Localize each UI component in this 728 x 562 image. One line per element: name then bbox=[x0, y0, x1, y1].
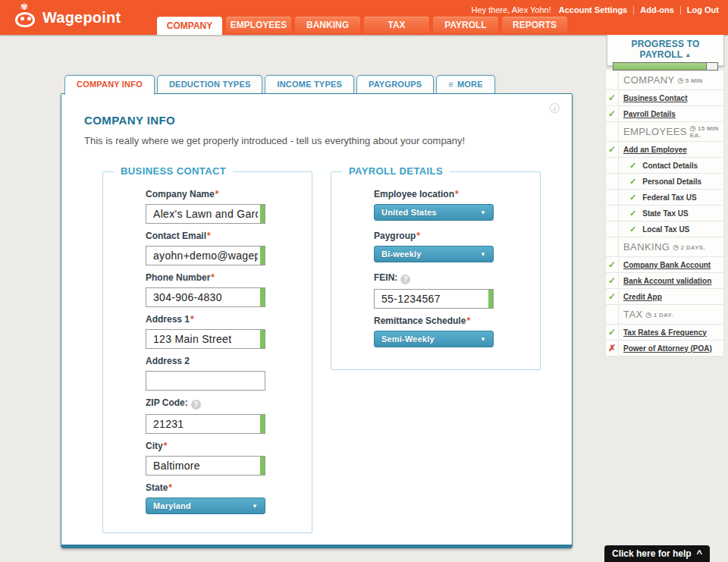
progress-to-payroll-toggle[interactable]: PROGRESS TO PAYROLL▲ bbox=[607, 35, 724, 66]
contact-details-label: Contact Details bbox=[642, 162, 698, 170]
check-icon: ✓ bbox=[629, 177, 636, 187]
clock-icon: ◷ bbox=[690, 124, 696, 132]
company-bank-account-link[interactable]: Company Bank Account bbox=[623, 261, 711, 269]
required-asterisk: * bbox=[416, 231, 420, 241]
address-1-label: Address 1 bbox=[146, 314, 190, 325]
power-of-attorney-link[interactable]: Power of Attorney (POA) bbox=[623, 344, 712, 353]
subtab-deduction-types[interactable]: DEDUCTION TYPES bbox=[157, 75, 263, 93]
subtab-more[interactable]: ≡MORE bbox=[436, 75, 494, 93]
tab-payroll[interactable]: PAYROLL bbox=[433, 17, 498, 33]
tab-company[interactable]: COMPANY bbox=[157, 17, 222, 35]
collapse-arrow-icon: ▲ bbox=[685, 52, 691, 58]
owl-mascot-icon: ✾ bbox=[14, 3, 39, 32]
bank-account-validation-link[interactable]: Bank Account validation bbox=[623, 277, 711, 285]
phone-number-label: Phone Number bbox=[146, 272, 210, 283]
checklist-item-add-employee: ✓ Add an Employee bbox=[605, 142, 724, 158]
page-subtitle: This is really where we get properly int… bbox=[84, 135, 572, 146]
paygroup-label: Paygroup bbox=[374, 231, 416, 241]
help-icon[interactable]: ? bbox=[191, 400, 201, 410]
chevron-down-icon: ▼ bbox=[480, 336, 486, 343]
business-contact-link[interactable]: Business Contact bbox=[623, 94, 687, 102]
address-2-input[interactable] bbox=[146, 371, 265, 391]
employee-location-label: Employee location bbox=[374, 189, 454, 199]
field-city: City* bbox=[146, 441, 312, 476]
tab-reports[interactable]: REPORTS bbox=[502, 17, 567, 33]
menu-icon: ≡ bbox=[448, 80, 453, 89]
checklist-item-personal-details: ✓Personal Details bbox=[605, 174, 724, 190]
account-links: Hey there, Alex Yohn! Account Settings A… bbox=[472, 5, 719, 14]
field-remittance-schedule: Remittance Schedule* Semi-Weekly ▼ bbox=[374, 316, 540, 347]
state-select-value: Maryland bbox=[153, 501, 191, 510]
subtab-paygroups[interactable]: PAYGROUPS bbox=[356, 75, 434, 93]
help-button-label: Click here for help bbox=[612, 548, 692, 559]
phone-number-input[interactable] bbox=[146, 287, 265, 307]
add-an-employee-link[interactable]: Add an Employee bbox=[623, 146, 687, 154]
section-time: 2 DAYS. bbox=[680, 244, 705, 251]
clock-icon: ◷ bbox=[646, 311, 652, 319]
tab-employees[interactable]: EMPLOYEES bbox=[226, 17, 291, 33]
checklist-item-local-tax-us: ✓Local Tax US bbox=[605, 221, 724, 237]
fein-label: FEIN: bbox=[374, 272, 397, 283]
clock-icon: ◷ bbox=[678, 77, 684, 84]
checklist-item-state-tax-us: ✓State Tax US bbox=[605, 206, 724, 221]
required-asterisk: * bbox=[207, 231, 211, 241]
section-name: COMPANY bbox=[623, 74, 675, 86]
employee-location-select[interactable]: United States ▼ bbox=[374, 204, 494, 221]
flower-icon: ✾ bbox=[20, 2, 28, 12]
check-icon: ✓ bbox=[606, 257, 619, 272]
help-icon[interactable]: ? bbox=[400, 275, 410, 284]
field-paygroup: Paygroup* Bi-weekly ▼ bbox=[374, 231, 540, 262]
tab-banking[interactable]: BANKING bbox=[295, 17, 360, 33]
federal-tax-us-label: Federal Tax US bbox=[642, 193, 697, 202]
greeting-text: Hey there, Alex Yohn! bbox=[472, 5, 551, 14]
section-name: TAX bbox=[623, 309, 643, 320]
tab-tax[interactable]: TAX bbox=[364, 17, 429, 33]
fein-input[interactable] bbox=[374, 289, 494, 309]
progress-checklist: COMPANY ◷5 MIN ✓ Business Contact ✓ Payr… bbox=[605, 71, 724, 356]
subtab-income-types[interactable]: INCOME TYPES bbox=[265, 75, 354, 93]
subtab-company-info[interactable]: COMPANY INFO bbox=[64, 75, 155, 95]
help-button[interactable]: Click here for help ^ bbox=[604, 545, 710, 562]
remittance-schedule-select[interactable]: Semi-Weekly ▼ bbox=[374, 331, 494, 347]
required-asterisk: * bbox=[190, 314, 194, 325]
payroll-details-link[interactable]: Payroll Details bbox=[623, 110, 676, 118]
wagepoint-logo[interactable]: ✾ Wagepoint bbox=[14, 3, 121, 32]
contact-email-input[interactable] bbox=[146, 246, 265, 265]
company-name-label: Company Name bbox=[146, 189, 215, 199]
info-icon[interactable]: i bbox=[550, 103, 560, 113]
check-icon: ✓ bbox=[606, 106, 619, 121]
chevron-up-icon: ^ bbox=[696, 550, 702, 557]
app-header: ✾ Wagepoint Hey there, Alex Yohn! Accoun… bbox=[0, 0, 728, 35]
section-name: BANKING bbox=[623, 241, 670, 253]
city-input[interactable] bbox=[146, 456, 265, 476]
zip-code-input[interactable] bbox=[146, 414, 265, 434]
state-select[interactable]: Maryland ▼ bbox=[146, 498, 265, 514]
field-phone-number: Phone Number* bbox=[146, 272, 312, 307]
logout-link[interactable]: Log Out bbox=[687, 5, 719, 14]
x-icon: ✗ bbox=[606, 341, 619, 356]
address-1-input[interactable] bbox=[146, 329, 265, 349]
check-icon: ✓ bbox=[606, 289, 619, 304]
field-company-name: Company Name* bbox=[146, 189, 312, 224]
field-fein: FEIN:? bbox=[374, 272, 540, 309]
paygroup-select[interactable]: Bi-weekly ▼ bbox=[374, 246, 494, 262]
credit-app-link[interactable]: Credit App bbox=[623, 293, 662, 301]
remittance-schedule-label: Remittance Schedule bbox=[374, 316, 466, 326]
addons-link[interactable]: Add-ons bbox=[640, 5, 674, 14]
tax-rates-frequency-link[interactable]: Tax Rates & Frequency bbox=[623, 328, 707, 337]
paygroup-select-value: Bi-weekly bbox=[381, 250, 422, 259]
field-state: State* Maryland ▼ bbox=[146, 482, 312, 514]
chevron-down-icon: ▼ bbox=[480, 251, 486, 258]
company-name-input[interactable] bbox=[146, 204, 265, 224]
checklist-section-banking: BANKING ◷2 DAYS. bbox=[605, 237, 724, 257]
checklist-item-company-bank-account: ✓ Company Bank Account bbox=[605, 257, 724, 273]
address-2-label: Address 2 bbox=[146, 356, 190, 366]
employee-location-select-value: United States bbox=[381, 208, 437, 217]
zip-code-label: ZIP Code: bbox=[146, 397, 188, 408]
required-asterisk: * bbox=[455, 189, 459, 199]
page-title: COMPANY INFO bbox=[84, 114, 572, 127]
account-settings-link[interactable]: Account Settings bbox=[559, 5, 627, 14]
required-asterisk: * bbox=[211, 272, 215, 283]
check-icon: ✓ bbox=[606, 273, 619, 288]
separator bbox=[633, 6, 634, 14]
